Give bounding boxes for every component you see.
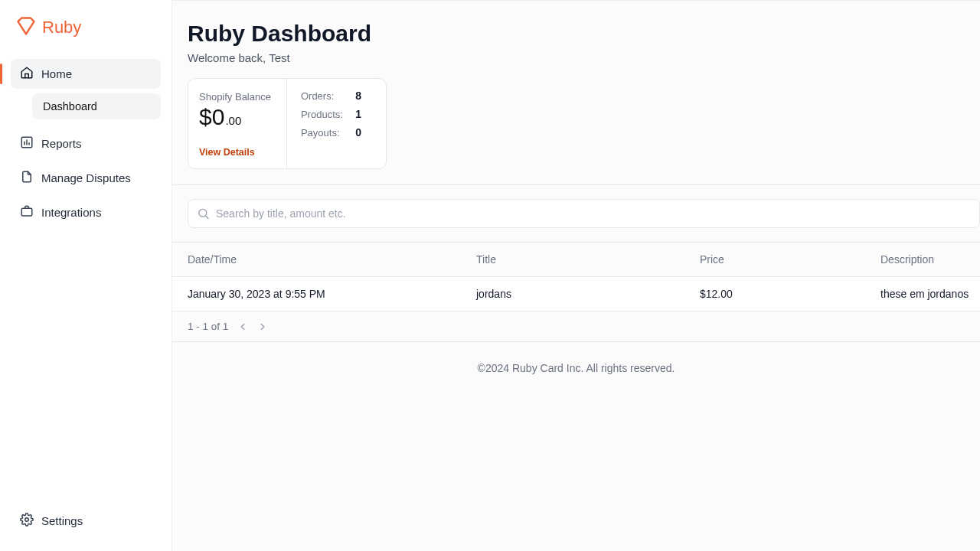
sidebar-item-label: Reports [41, 137, 82, 150]
page-header: Ruby Dashboard Welcome back, Test Shopif… [172, 1, 980, 169]
nav: Home Dashboard Reports Manage Disputes I… [11, 59, 161, 506]
sidebar-item-integrations[interactable]: Integrations [11, 197, 161, 227]
cell-price: $12.00 [700, 288, 880, 300]
footer-copyright: ©2024 Ruby Card Inc. All rights reserved… [172, 342, 980, 394]
sidebar-item-dashboard[interactable]: Dashboard [32, 93, 161, 119]
main: Ruby Dashboard Welcome back, Test Shopif… [172, 0, 980, 551]
ruby-gem-icon [15, 15, 37, 39]
balance-major: $0 [199, 104, 224, 130]
svg-rect-1 [21, 208, 32, 216]
chevron-right-icon [257, 321, 268, 332]
table-row[interactable]: January 30, 2023 at 9:55 PM jordans $12.… [172, 277, 980, 311]
stat-orders: Orders: 8 [301, 90, 361, 102]
stat-value: 8 [355, 90, 361, 102]
balance-label: Shopify Balance [199, 91, 271, 103]
cell-title: jordans [476, 288, 700, 300]
col-description: Description [880, 253, 980, 266]
sidebar-item-label: Integrations [41, 206, 101, 219]
sidebar-item-label: Settings [41, 514, 83, 527]
balance-minor: .00 [225, 114, 241, 127]
chart-icon [20, 135, 34, 152]
page-title: Ruby Dashboard [188, 21, 980, 47]
pagination: 1 - 1 of 1 [172, 311, 980, 342]
orders-table: Date/Time Title Price Description Januar… [172, 242, 980, 342]
stats-card: Shopify Balance $0 .00 View Details Orde… [188, 78, 387, 169]
sidebar-bottom: Settings [11, 506, 161, 536]
briefcase-icon [20, 204, 34, 220]
svg-point-2 [25, 518, 29, 522]
stat-products: Products: 1 [301, 108, 361, 120]
sidebar-item-settings[interactable]: Settings [11, 506, 161, 536]
gear-icon [20, 513, 34, 529]
balance-block: Shopify Balance $0 .00 View Details [188, 79, 287, 168]
brand-logo: Ruby [11, 15, 161, 39]
search-input[interactable] [188, 199, 980, 228]
col-datetime: Date/Time [188, 253, 476, 266]
brand-name: Ruby [42, 18, 81, 37]
stats-right: Orders: 8 Products: 1 Payouts: 0 [287, 79, 375, 168]
pager-next[interactable] [257, 321, 268, 332]
sidebar-item-label: Home [41, 67, 72, 80]
chevron-left-icon [237, 321, 248, 332]
sidebar: Ruby Home Dashboard Reports Manage Dispu… [0, 0, 172, 551]
col-title: Title [476, 253, 700, 266]
sidebar-item-home[interactable]: Home [11, 59, 161, 89]
sidebar-item-manage-disputes[interactable]: Manage Disputes [11, 163, 161, 193]
sidebar-item-label: Dashboard [43, 100, 97, 112]
home-icon [20, 66, 34, 82]
stat-value: 1 [355, 108, 361, 120]
sidebar-item-label: Manage Disputes [41, 171, 131, 184]
welcome-text: Welcome back, Test [188, 51, 980, 64]
pager-prev[interactable] [237, 321, 248, 332]
file-icon [20, 170, 34, 186]
cell-description: these em jordanos [880, 288, 980, 300]
stat-payouts: Payouts: 0 [301, 126, 361, 139]
svg-point-3 [199, 209, 207, 217]
search-box [188, 199, 980, 228]
sidebar-subnav: Dashboard [11, 93, 161, 119]
view-details-link[interactable]: View Details [199, 147, 271, 158]
stat-key: Products: [301, 109, 343, 120]
balance-value: $0 .00 [199, 104, 271, 130]
cell-datetime: January 30, 2023 at 9:55 PM [188, 288, 476, 300]
pager-label: 1 - 1 of 1 [188, 321, 228, 332]
search-section [172, 185, 980, 228]
table-header: Date/Time Title Price Description [172, 242, 980, 277]
stat-value: 0 [355, 126, 361, 139]
stat-key: Payouts: [301, 127, 340, 139]
sidebar-item-reports[interactable]: Reports [11, 129, 161, 158]
stat-key: Orders: [301, 90, 334, 102]
col-price: Price [700, 253, 880, 266]
